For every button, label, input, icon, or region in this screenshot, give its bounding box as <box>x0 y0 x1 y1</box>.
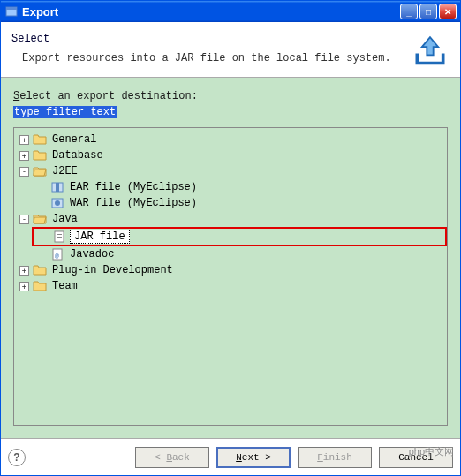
close-button[interactable]: ✕ <box>439 4 457 19</box>
wizard-subheading: Export resources into a JAR file on the … <box>22 52 411 64</box>
expand-icon[interactable]: + <box>19 282 29 291</box>
tree-label: General <box>50 133 98 146</box>
collapse-icon[interactable]: - <box>19 215 29 224</box>
svg-rect-3 <box>56 183 59 192</box>
tree-node-plugin-dev[interactable]: + Plug-in Development <box>14 262 447 278</box>
titlebar: Export _ □ ✕ <box>1 1 460 22</box>
folder-icon <box>33 279 47 293</box>
javadoc-icon: @ <box>50 247 64 261</box>
window-title: Export <box>22 5 400 19</box>
wizard-footer: ? < Back Next > Finish Cancel <box>1 438 460 475</box>
folder-open-icon <box>33 164 47 178</box>
svg-point-5 <box>55 200 60 206</box>
next-button[interactable]: Next > <box>216 447 291 468</box>
maximize-button[interactable]: □ <box>419 4 437 19</box>
finish-button[interactable]: Finish <box>298 447 372 468</box>
export-icon <box>411 29 450 68</box>
help-button[interactable]: ? <box>8 449 26 466</box>
destination-label: Select an export destination: <box>13 90 448 102</box>
tree-node-javadoc[interactable]: + @ Javadoc <box>32 246 447 262</box>
svg-text:@: @ <box>55 252 59 260</box>
folder-open-icon <box>33 212 47 226</box>
filter-input[interactable]: type filter text <box>13 106 448 118</box>
folder-icon <box>33 132 47 147</box>
watermark: php中文网 <box>409 445 454 458</box>
expand-icon[interactable]: + <box>19 266 29 276</box>
tree-label: Javadoc <box>68 248 116 261</box>
tree-node-j2ee[interactable]: - J2EE <box>14 163 447 179</box>
tree-label: Database <box>50 149 105 162</box>
wizard-heading: Select <box>11 33 411 45</box>
tree-node-database[interactable]: + Database <box>14 147 447 163</box>
tree-node-ear-file[interactable]: + EAR file (MyEclipse) <box>32 179 447 195</box>
wizard-header: Select Export resources into a JAR file … <box>1 22 460 78</box>
expand-icon[interactable]: + <box>19 135 29 145</box>
app-icon <box>4 4 19 19</box>
jar-icon <box>52 230 66 244</box>
minimize-button[interactable]: _ <box>400 4 418 19</box>
wizard-body: Select an export destination: type filte… <box>1 78 460 438</box>
folder-icon <box>33 263 47 277</box>
tree-label: EAR file (MyEclipse) <box>68 181 199 193</box>
svg-rect-7 <box>57 234 62 235</box>
tree-label: Java <box>50 213 79 225</box>
svg-rect-1 <box>6 7 17 10</box>
archive-icon <box>50 196 64 210</box>
tree-label: J2EE <box>50 165 79 178</box>
tree-node-team[interactable]: + Team <box>14 278 447 294</box>
tree-label: Team <box>50 280 79 292</box>
tree-label: JAR file <box>70 230 130 244</box>
collapse-icon[interactable]: - <box>19 167 29 177</box>
expand-icon[interactable]: + <box>19 151 29 161</box>
svg-rect-8 <box>57 237 62 238</box>
tree-node-java[interactable]: - Java <box>14 211 447 227</box>
tree-node-general[interactable]: + General <box>14 132 447 147</box>
tree-node-war-file[interactable]: + WAR file (MyEclipse) <box>32 195 447 211</box>
window-controls: _ □ ✕ <box>400 4 457 19</box>
destination-tree[interactable]: + General + Database <box>13 127 448 426</box>
tree-label: WAR file (MyEclipse) <box>68 197 199 209</box>
back-button[interactable]: < Back <box>135 447 209 468</box>
tree-label: Plug-in Development <box>50 264 175 276</box>
folder-icon <box>33 148 47 162</box>
archive-icon <box>50 180 64 194</box>
tree-node-jar-file[interactable]: + JAR file <box>34 229 445 245</box>
